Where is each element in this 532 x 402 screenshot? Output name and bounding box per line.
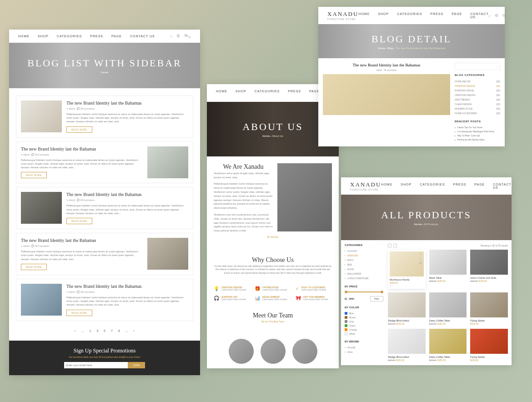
filter-button[interactable]: Filter xyxy=(370,296,383,302)
color-filter[interactable]: Brown xyxy=(345,315,383,319)
category-filter[interactable]: RUGS xyxy=(345,267,383,271)
category-link[interactable]: MODERN STYLE(20) xyxy=(455,106,500,111)
recent-post-link[interactable]: Way To Wear: Cover Up! xyxy=(455,134,500,138)
nav-press[interactable]: PRESS xyxy=(288,90,301,96)
cart-icon[interactable]: 🛒 xyxy=(419,261,423,265)
nav-press[interactable]: PRESS xyxy=(453,183,467,189)
nav-page[interactable]: PAGE xyxy=(474,183,485,189)
blog-post: The new Brand Identity last the Bahamas … xyxy=(16,279,193,321)
product-card[interactable]: Union Corner Unit Sofa$190.00$150.00 xyxy=(470,250,508,289)
nav-home[interactable]: HOME xyxy=(216,90,227,96)
category-filter[interactable]: LIVING FURNITURE xyxy=(345,276,383,281)
results-toolbar: Showing 1–20 of 75 results xyxy=(388,244,508,250)
product-image xyxy=(470,329,508,354)
nav-home[interactable]: HOME xyxy=(381,183,392,189)
nav-contact[interactable]: CONTACT US xyxy=(470,12,488,19)
nav-press[interactable]: PRESS xyxy=(431,12,444,19)
section-title: Why Choose Us xyxy=(214,256,332,264)
search-icon[interactable]: ⌕ xyxy=(419,257,423,261)
category-link[interactable]: CREATIVE DESIGN(20) xyxy=(455,93,500,97)
read-more-button[interactable]: READ MORE xyxy=(66,218,92,224)
nav-shop[interactable]: SHOP xyxy=(378,12,389,19)
nav-shop[interactable]: SHOP xyxy=(38,35,49,38)
search-icon[interactable]: ⌕ xyxy=(170,34,173,38)
heart-icon[interactable]: ♡ xyxy=(419,252,423,256)
page-num[interactable]: 1 xyxy=(87,328,93,333)
grid-view-icon[interactable] xyxy=(388,244,391,247)
nav-page[interactable]: PAGE xyxy=(452,12,462,19)
post-title[interactable]: The new Brand Identity last the Bahamas xyxy=(66,284,188,289)
category-link[interactable]: 2016 TRENDS(20) xyxy=(455,97,500,102)
product-card[interactable]: Daisy Coffee Table$190.00$150.00 xyxy=(429,329,467,362)
recent-post-link[interactable]: A Contemporary Washington Park Home xyxy=(455,130,500,134)
email-input[interactable] xyxy=(64,362,128,368)
products-panel: XANADUFURNITURE STORE HOME SHOP CATEGORI… xyxy=(341,177,512,365)
color-filter[interactable]: Gray xyxy=(345,319,383,323)
color-filter[interactable]: Orange xyxy=(345,327,383,332)
settings-icon[interactable]: ⚙ xyxy=(176,34,181,38)
product-card[interactable]: Flying Spider$150.00 xyxy=(470,329,508,362)
category-filter[interactable]: MIRRORS xyxy=(345,253,383,258)
category-filter[interactable]: WALLPAPER xyxy=(345,271,383,276)
nav-contact[interactable]: CONTACT US xyxy=(130,35,155,38)
nav-shop[interactable]: SHOP xyxy=(236,90,246,96)
logo[interactable]: XANADU xyxy=(327,10,358,18)
category-link[interactable]: HOME ACCESORIES(20) xyxy=(455,111,500,116)
nav-categories[interactable]: CATEGORIES xyxy=(57,35,82,38)
recent-post-link[interactable]: Penthouse with Skyline Views xyxy=(455,138,500,142)
product-card[interactable]: Sledge Blind-tufted$190.00$150.00 xyxy=(388,329,426,362)
nav-page[interactable]: PAGE xyxy=(111,35,122,38)
search-icon[interactable]: ⌕ xyxy=(488,13,491,18)
nav-categories[interactable]: CATEGORIES xyxy=(420,183,445,189)
brand-filter[interactable]: Ariva xyxy=(345,350,383,354)
settings-icon[interactable]: ⚙ xyxy=(495,13,499,18)
join-button[interactable]: JOIN xyxy=(128,362,145,368)
category-filter[interactable]: BED xyxy=(345,262,383,267)
page-num[interactable]: 3 xyxy=(94,328,100,333)
page-num[interactable]: 8 xyxy=(116,328,122,333)
cart-icon[interactable]: 🛍 xyxy=(502,13,507,18)
page-prev[interactable]: ‹ xyxy=(72,328,78,333)
read-more-button[interactable]: READ MORE xyxy=(66,310,92,316)
category-link[interactable]: WORKING SPACE(20) xyxy=(455,88,500,93)
color-filter[interactable]: White xyxy=(345,332,383,336)
product-card[interactable]: Daisy Coffee Table$190.00$150.00 xyxy=(429,292,467,325)
read-more-button[interactable]: READ MORE xyxy=(21,264,47,270)
nav-contact[interactable]: CONTACT US xyxy=(493,183,511,189)
post-title[interactable]: The new Brand Identity last the Bahamas xyxy=(66,192,188,197)
nav-shop[interactable]: SHOP xyxy=(401,183,412,189)
nav-press[interactable]: PRESS xyxy=(90,35,103,38)
nav-categories[interactable]: CATEGORIES xyxy=(397,12,422,19)
page-num[interactable]: 7 xyxy=(109,328,115,333)
read-more-button[interactable]: READ MORE xyxy=(66,126,92,133)
category-filter[interactable]: CLOCKS xyxy=(345,249,383,253)
team-avatar xyxy=(229,339,254,364)
product-card[interactable]: ♡⌕🛒 Mushroom Family $150.00 ● ○ xyxy=(388,250,426,289)
read-more-button[interactable]: READ MORE xyxy=(21,172,47,178)
post-title[interactable]: The new Brand Identity last the Bahamas xyxy=(21,238,143,243)
category-filter[interactable]: BATH xyxy=(345,258,383,262)
page-title: BLOG DETAIL xyxy=(371,33,452,45)
page-num[interactable]: 5 xyxy=(101,328,108,333)
cart-icon[interactable]: 🛍0 xyxy=(184,33,191,39)
list-view-icon[interactable] xyxy=(393,244,397,247)
post-title[interactable]: The new Brand Identity last the Bahamas xyxy=(66,100,188,106)
brand-filter[interactable]: Amcraft xyxy=(345,345,383,350)
color-filter[interactable]: Blue xyxy=(345,311,383,315)
product-card[interactable]: Maze Table$190.00$150.00 xyxy=(429,250,467,289)
nav-home[interactable]: HOME xyxy=(358,12,370,19)
nav-home[interactable]: HOME xyxy=(18,35,30,38)
category-link[interactable]: CLEAN DESIGN(20) xyxy=(455,102,500,106)
product-card[interactable]: Flying Spider$150.00 xyxy=(470,292,508,325)
color-filter[interactable]: Green xyxy=(345,323,383,327)
logo[interactable]: XANADU xyxy=(350,181,381,188)
category-link[interactable]: INTERIOR DESIGN(20) xyxy=(455,84,500,88)
category-link[interactable]: HOME DECOR(20) xyxy=(455,79,500,84)
recent-post-link[interactable]: Interior Tips For Your Home xyxy=(455,126,500,130)
search-box[interactable]: ⌕ xyxy=(455,63,500,70)
post-title[interactable]: The new Brand Identity last the Bahamas xyxy=(21,146,143,151)
product-card[interactable]: Sledge Blind-tufted$190.00$150.00 xyxy=(388,292,426,325)
price-slider[interactable] xyxy=(345,291,383,292)
nav-categories[interactable]: CATEGORIES xyxy=(255,90,280,96)
page-next[interactable]: › xyxy=(131,328,136,333)
